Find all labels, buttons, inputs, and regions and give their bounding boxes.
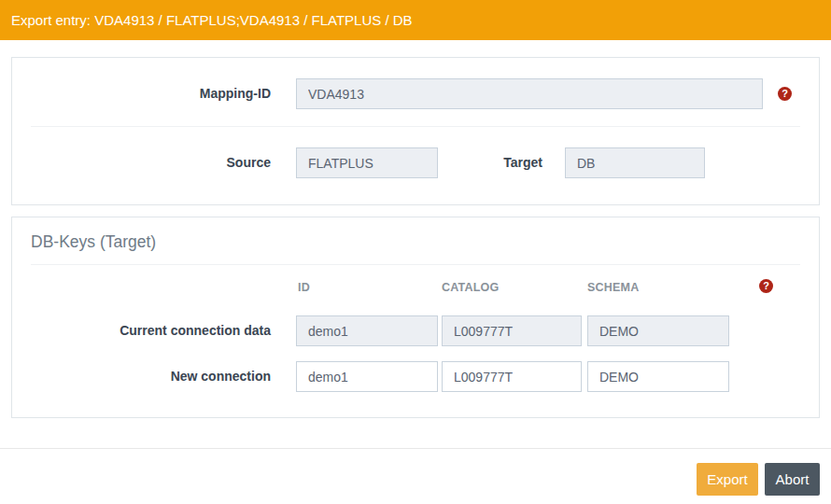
- new-connection-label: New connection: [12, 361, 271, 392]
- help-icon[interactable]: ?: [778, 87, 792, 101]
- dialog-title: Export entry: VDA4913 / FLATPLUS;VDA4913…: [0, 0, 831, 40]
- export-button[interactable]: Export: [697, 463, 758, 496]
- column-header-schema: SCHEMA: [587, 281, 639, 294]
- target-label: Target: [442, 147, 542, 178]
- new-id-input[interactable]: [296, 361, 438, 392]
- footer-divider: [0, 448, 831, 449]
- mapping-id-input[interactable]: [296, 78, 763, 109]
- current-id-input[interactable]: [296, 315, 438, 346]
- new-catalog-input[interactable]: [442, 361, 582, 392]
- column-header-id: ID: [298, 281, 310, 294]
- panel-divider: [31, 264, 800, 265]
- abort-button[interactable]: Abort: [765, 463, 820, 496]
- db-keys-title: DB-Keys (Target): [31, 232, 156, 252]
- help-icon[interactable]: ?: [759, 279, 773, 293]
- new-schema-input[interactable]: [587, 361, 729, 392]
- source-label: Source: [12, 147, 271, 178]
- mapping-id-label: Mapping-ID: [12, 78, 271, 109]
- mapping-panel: Mapping-ID ? Source Target: [11, 57, 820, 205]
- target-input[interactable]: [565, 147, 705, 178]
- current-schema-input[interactable]: [587, 315, 729, 346]
- column-header-catalog: CATALOG: [442, 281, 499, 294]
- current-connection-label: Current connection data: [12, 315, 271, 346]
- current-catalog-input[interactable]: [442, 315, 582, 346]
- db-keys-panel: DB-Keys (Target) ID CATALOG SCHEMA ? Cur…: [11, 217, 820, 418]
- source-input[interactable]: [296, 147, 438, 178]
- panel-divider: [31, 126, 800, 127]
